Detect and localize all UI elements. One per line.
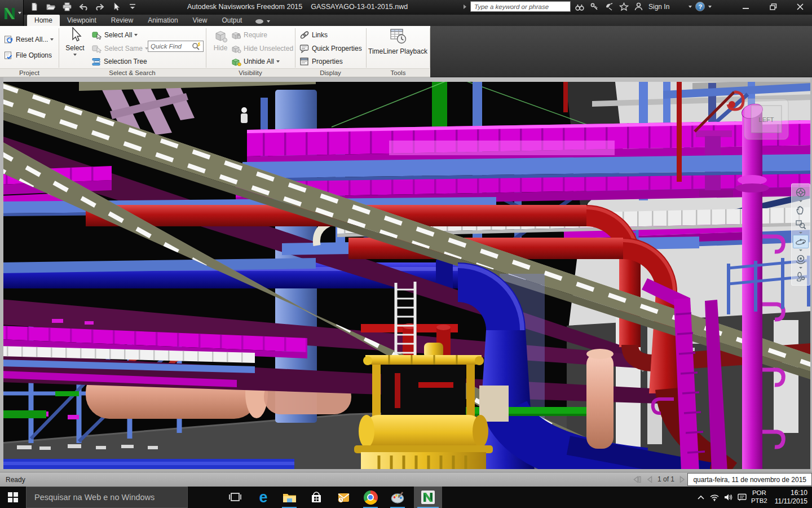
tab-animation[interactable]: Animation (140, 15, 185, 26)
viewport-3d-canvas[interactable]: LEFT (0, 77, 812, 472)
sign-in-button[interactable]: Sign In (648, 3, 669, 11)
timeliner-playback-button[interactable]: TimeLiner Playback (368, 27, 428, 55)
orbit-dropdown-icon[interactable] (799, 249, 802, 251)
tab-viewpoint[interactable]: Viewpoint (60, 15, 104, 26)
timeliner-playback-icon (389, 27, 408, 45)
group-label-visibility: Visibility (206, 69, 295, 76)
unhide-all-icon (231, 57, 241, 66)
taskbar-search-input[interactable] (27, 493, 187, 502)
group-label-display: Display (295, 69, 366, 76)
pipe-salmon-vertical (586, 349, 614, 449)
ribbon-empty-area (430, 26, 812, 77)
require-icon (231, 30, 241, 40)
sign-in-dropdown-icon[interactable] (689, 6, 692, 8)
taskbar-clock[interactable]: 16:10 11/11/2015 (771, 489, 807, 506)
steering-wheel-dropdown-icon[interactable] (799, 200, 802, 202)
search-binoculars-icon[interactable] (574, 1, 585, 12)
next-sheet-button[interactable] (679, 476, 685, 483)
tab-home[interactable]: Home (27, 15, 60, 26)
chrome-icon[interactable] (360, 487, 381, 508)
tab-view[interactable]: View (186, 15, 215, 26)
quick-find-box (148, 41, 204, 52)
application-menu-button[interactable] (0, 0, 24, 26)
quick-find-icon[interactable] (191, 42, 201, 51)
paint-icon[interactable] (387, 487, 408, 508)
select-all-button[interactable]: Select All (92, 29, 138, 41)
notifications-icon[interactable] (737, 493, 747, 501)
redo-button[interactable] (94, 1, 106, 12)
orbit-button-selected[interactable] (793, 235, 809, 248)
help-button[interactable]: ? (695, 2, 705, 11)
open-file-button[interactable] (45, 1, 57, 12)
select-cursor-button[interactable] (110, 1, 122, 12)
select-button[interactable]: Select (62, 27, 88, 56)
task-view-button[interactable] (224, 487, 246, 508)
file-options-button[interactable]: File Options (4, 49, 52, 61)
navisworks-taskbar-icon[interactable] (414, 487, 442, 508)
tab-review[interactable]: Review (104, 15, 140, 26)
look-dropdown-icon[interactable] (799, 267, 802, 269)
subscription-key-icon[interactable] (589, 1, 600, 12)
group-label-project: Project (0, 69, 59, 76)
infocenter-collapse-icon[interactable] (462, 3, 467, 10)
selection-tree-button[interactable]: Selection Tree (92, 55, 147, 67)
status-bar: Ready 1 of 1 quarta-feira, 11 de novembr… (0, 472, 812, 487)
sheet-indicator: 1 of 1 (657, 475, 674, 483)
new-document-button[interactable] (28, 1, 41, 12)
file-explorer-icon[interactable] (279, 487, 300, 508)
pump-yellow (354, 343, 493, 472)
first-sheet-button[interactable] (633, 476, 642, 483)
app-name: Autodesk Navisworks Freedom 2015 (187, 3, 302, 11)
help-dropdown-icon[interactable] (708, 6, 712, 8)
infocenter-search-input[interactable] (470, 1, 571, 12)
minimize-button[interactable] (739, 2, 753, 12)
qat-customize-dropdown[interactable] (126, 1, 139, 12)
select-same-icon (92, 44, 102, 53)
steering-wheel-button[interactable] (793, 186, 809, 199)
quick-find-input[interactable] (148, 43, 191, 50)
window-controls (739, 2, 807, 12)
zoom-dropdown-icon[interactable] (799, 232, 802, 234)
hide-cube-icon (213, 28, 228, 44)
edge-icon[interactable]: e (253, 487, 274, 508)
favorites-star-icon[interactable] (618, 1, 629, 12)
windows-taskbar: e (0, 487, 812, 508)
undo-button[interactable] (77, 1, 90, 12)
wifi-icon[interactable] (709, 493, 720, 501)
outlook-icon[interactable] (333, 487, 354, 508)
properties-button[interactable]: Properties (299, 55, 343, 67)
reset-all-button[interactable]: Reset All... (4, 33, 54, 45)
view-cube[interactable]: LEFT (744, 99, 788, 139)
system-tray: POR PTB2 16:10 11/11/2015 (696, 487, 812, 508)
sign-in-user-icon[interactable] (633, 1, 644, 12)
document-name: GASSAYAGO-13-01-2015.nwd (311, 3, 408, 11)
start-button[interactable] (0, 487, 26, 508)
links-icon (299, 30, 310, 40)
language-indicator[interactable]: POR PTB2 (751, 489, 767, 505)
quick-properties-button[interactable]: Quick Properties (299, 42, 362, 54)
look-around-button[interactable] (793, 252, 809, 266)
navisworks-logo-icon (2, 5, 17, 21)
restore-button[interactable] (766, 2, 780, 12)
group-label-tools: Tools (366, 69, 430, 76)
human-figure (241, 107, 248, 123)
quick-properties-icon (299, 44, 310, 53)
communication-satellite-icon[interactable] (603, 1, 615, 12)
tray-expand-chevron-icon[interactable] (696, 494, 705, 501)
zoom-button[interactable] (793, 217, 809, 231)
walk-button[interactable] (793, 270, 809, 283)
ribbon-group-labels: Project Select & Search Visibility Displ… (0, 68, 430, 77)
tab-output[interactable]: Output (214, 15, 249, 26)
previous-sheet-button[interactable] (647, 476, 653, 483)
status-text: Ready (6, 476, 25, 484)
unhide-all-button[interactable]: Unhide All (231, 55, 280, 67)
links-button[interactable]: Links (299, 29, 328, 41)
close-button[interactable] (793, 2, 807, 12)
volume-icon[interactable] (723, 493, 733, 501)
hide-unselected-button: Hide Unselected (231, 42, 293, 54)
pan-hand-button[interactable] (793, 203, 809, 217)
print-button[interactable] (61, 1, 73, 12)
ribbon-options-button[interactable] (255, 15, 270, 26)
windows-store-icon[interactable] (306, 487, 327, 508)
hide-unselected-icon (231, 44, 241, 53)
